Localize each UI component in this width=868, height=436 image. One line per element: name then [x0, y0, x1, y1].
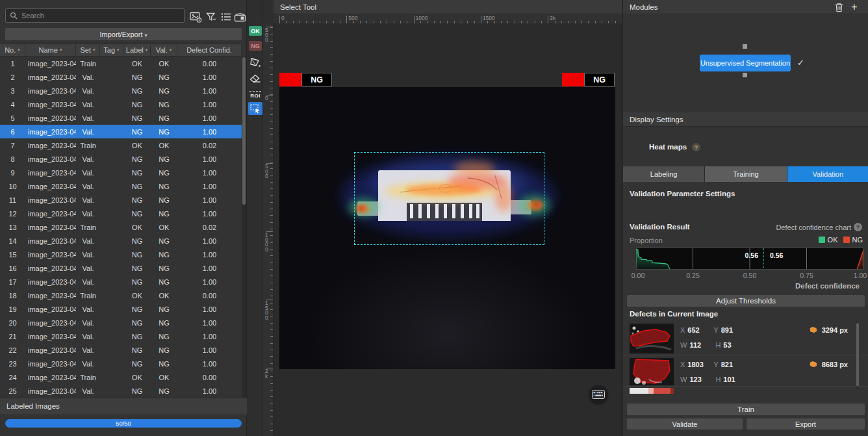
table-row[interactable]: 2image_2023-04-...Val.NGNG1.00 — [0, 70, 242, 84]
module-button[interactable]: Unsupervised Segmentation — [700, 55, 791, 71]
table-row[interactable]: 7image_2023-04-...TrainOKOK0.02 — [0, 138, 242, 152]
table-row[interactable]: 23image_2023-04-...Val.NGNG1.00 — [0, 357, 242, 370]
eraser-tool[interactable] — [248, 72, 262, 85]
column-header-label[interactable]: Label▾ — [123, 44, 151, 56]
cell-set: Val. — [76, 261, 100, 275]
column-label: Name — [39, 46, 58, 54]
tab-validation[interactable]: Validation — [787, 166, 868, 182]
ruler-label: 0 — [281, 15, 285, 21]
cell-confid: 1.00 — [177, 302, 242, 316]
chart-help-icon[interactable]: ? — [854, 223, 862, 231]
table-row[interactable]: 8image_2023-04-...Val.NGNG1.00 — [0, 152, 242, 166]
tab-training[interactable]: Training — [705, 166, 786, 182]
table-row[interactable]: 3image_2023-04-...Val.NGNG1.00 — [0, 84, 242, 97]
roi-tool[interactable]: ROI — [248, 88, 262, 101]
table-row[interactable]: 11image_2023-04-...Val.NGNG1.00 — [0, 193, 242, 207]
column-header-set[interactable]: Set▾ — [76, 44, 100, 56]
svg-text:0.56: 0.56 — [770, 251, 784, 259]
cell-no: 22 — [0, 343, 25, 357]
polygon-tool[interactable] — [248, 56, 262, 69]
module-input-node[interactable] — [743, 44, 747, 49]
table-row[interactable]: 9image_2023-04-...Val.NGNG1.00 — [0, 166, 242, 179]
table-row[interactable]: 19image_2023-04-...Val.NGNG1.00 — [0, 302, 242, 316]
table-row[interactable]: 22image_2023-04-...Val.NGNG1.00 — [0, 343, 242, 357]
column-label: Defect Confid. — [186, 46, 232, 54]
add-module-icon[interactable]: + — [849, 0, 860, 14]
column-header-no[interactable]: No.▾ — [0, 44, 25, 56]
defect-item[interactable]: X652Y891W112H533294 px — [623, 322, 868, 355]
ruler-tick — [270, 101, 273, 102]
table-row[interactable]: 10image_2023-04-...Val.NGNG1.00 — [0, 179, 242, 193]
table-row[interactable]: 20image_2023-04-...Val.NGNG1.00 — [0, 316, 242, 329]
filter-icon[interactable] — [205, 11, 218, 23]
inspected-image[interactable] — [279, 87, 615, 369]
list-settings-icon[interactable] — [220, 11, 233, 23]
ruler-tick — [270, 168, 273, 169]
cell-no: 3 — [0, 84, 25, 97]
image-display-settings-icon[interactable] — [189, 11, 202, 23]
dropdown-caret-icon: ▾ — [145, 32, 147, 38]
tab-labeling[interactable]: Labeling — [623, 166, 704, 182]
defect-item[interactable]: X1803Y821W123H1018683 px — [623, 356, 868, 387]
table-row[interactable]: 14image_2023-04-...Val.NGNG1.00 — [0, 234, 242, 248]
scrollbar-thumb[interactable] — [856, 323, 859, 387]
legend-label: NG — [852, 236, 863, 244]
cell-tag — [100, 193, 123, 207]
ruler-tick — [270, 350, 273, 350]
cell-tag — [100, 289, 123, 302]
defect-confidence-chart[interactable]: 0.560.56 — [636, 248, 863, 270]
table-row[interactable]: 6image_2023-04-...Val.NGNG1.00 — [0, 125, 242, 138]
search-input[interactable]: Search — [5, 8, 185, 23]
ruler-tick — [270, 249, 273, 250]
adjust-thresholds-button[interactable]: Adjust Thresholds — [627, 295, 865, 307]
select-tool-active[interactable] — [248, 102, 262, 115]
table-row[interactable]: 24image_2023-04-...TrainOKOK0.00 — [0, 370, 242, 384]
label-ng-tool[interactable]: NG — [249, 41, 262, 51]
table-row[interactable]: 1image_2023-04-...TrainOKOK0.00 — [0, 57, 242, 70]
label-ok-tool[interactable]: OK — [249, 26, 262, 36]
ruler-tick — [270, 235, 273, 236]
scrollbar-thumb[interactable] — [242, 57, 246, 205]
import-export-button[interactable]: Import/Export ▾ — [5, 28, 242, 40]
vertical-ruler: 5 0 005 0 01 0 0 01 5 0 02 k — [263, 23, 274, 436]
defect-list-scrollbar[interactable] — [856, 322, 859, 389]
cell-confid: 1.00 — [177, 70, 242, 84]
cell-no: 25 — [0, 384, 25, 398]
cell-set: Val. — [76, 357, 100, 370]
keyboard-shortcuts-button[interactable] — [589, 385, 607, 404]
column-header-tag[interactable]: Tag▾ — [100, 44, 123, 56]
table-row[interactable]: 17image_2023-04-...Val.NGNG1.00 — [0, 275, 242, 289]
module-output-node[interactable] — [743, 73, 747, 77]
column-header-defectconfid[interactable]: Defect Confid. — [177, 44, 242, 56]
export-button[interactable]: Export — [747, 418, 865, 430]
table-scrollbar[interactable] — [242, 57, 246, 398]
defect-thumbnail-partial — [630, 388, 674, 394]
cell-no: 19 — [0, 302, 25, 316]
validate-button[interactable]: Validate — [627, 418, 743, 430]
column-header-name[interactable]: Name▾ — [25, 44, 76, 56]
image-canvas[interactable]: NG NG — [274, 23, 622, 436]
cell-set: Val. — [76, 97, 100, 111]
sort-icon: ▾ — [117, 47, 120, 53]
column-header-val[interactable]: Val.▾ — [151, 44, 177, 56]
table-row[interactable]: 21image_2023-04-...Val.NGNG1.00 — [0, 329, 242, 343]
ruler-tick — [270, 209, 273, 209]
sort-icon: ▾ — [18, 47, 20, 53]
delete-module-icon[interactable] — [835, 3, 843, 12]
table-row[interactable]: 25image_2023-04-...Val.NGNG1.00 — [0, 384, 242, 398]
table-row[interactable]: 16image_2023-04-...Val.NGNG1.00 — [0, 261, 242, 275]
table-row[interactable]: 5image_2023-04-...Val.NGNG1.00 — [0, 111, 242, 125]
heat-maps-help-icon[interactable]: ? — [692, 143, 700, 151]
cell-label: NG — [123, 234, 151, 248]
cell-label: NG — [123, 111, 151, 125]
table-row[interactable]: 4image_2023-04-...Val.NGNG1.00 — [0, 97, 242, 111]
table-row[interactable]: 15image_2023-04-...Val.NGNG1.00 — [0, 248, 242, 261]
gallery-icon[interactable] — [233, 11, 246, 23]
cell-tag — [100, 179, 123, 193]
table-row[interactable]: 12image_2023-04-...Val.NGNG1.00 — [0, 207, 242, 220]
coord-value: 1803 — [687, 361, 708, 368]
table-row[interactable]: 18image_2023-04-...TrainOKOK0.00 — [0, 289, 242, 302]
cell-no: 20 — [0, 316, 25, 329]
train-button[interactable]: Train — [627, 404, 865, 415]
table-row[interactable]: 13image_2023-04-...TrainOKOK0.02 — [0, 220, 242, 234]
